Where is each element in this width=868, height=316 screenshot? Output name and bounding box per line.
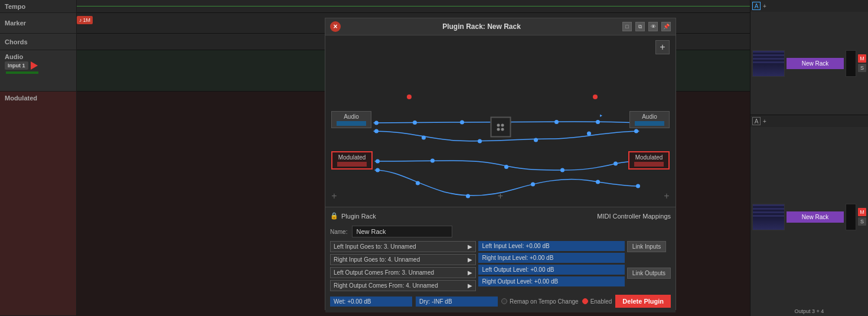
audio-node-bar-left (337, 121, 366, 126)
panel-header: 🔒 Plugin Rack MIDI Controller Mappings (330, 212, 671, 220)
rack-name-btn-1[interactable]: New Rack (787, 58, 844, 69)
rack-thumbnail-2 (752, 204, 785, 230)
right-input-level[interactable]: Right Input Level: +0.00 dB (478, 253, 624, 263)
name-label: Name: (330, 229, 347, 235)
m-button-2[interactable]: M (858, 208, 866, 216)
midi-mappings-label: MIDI Controller Mappings (597, 213, 671, 220)
plus-btn-bottom-right[interactable]: + (661, 190, 673, 202)
right-input-goes-label: Right Input Goes to: 4. Unnamed (334, 256, 420, 263)
audio-node-right[interactable]: Audio (629, 111, 670, 128)
delete-plugin-button[interactable]: Delete Plugin (615, 295, 671, 308)
modulated-track-label: Modulated (0, 92, 76, 316)
s-button-2[interactable]: S (858, 217, 866, 226)
left-output-comes-dropdown[interactable]: Left Output Comes From: 3. Unnamed ▶ (330, 267, 476, 278)
plus-label-1[interactable]: + (763, 3, 766, 9)
modulated-node-left[interactable]: Modulated (331, 151, 373, 170)
modulated-node-left-label: Modulated (338, 154, 366, 161)
dialog-title: Plugin Rack: New Rack (442, 22, 521, 31)
audio-play-arrow[interactable] (31, 61, 38, 70)
left-sidebar: Tempo Marker Chords Audio Input 1 Modula… (0, 0, 77, 316)
right-output-comes-label: Right Output Comes From: 4. Unnamed (334, 282, 438, 289)
tempo-label: Tempo (5, 3, 25, 10)
left-output-comes-label: Left Output Comes From: 3. Unnamed (334, 269, 434, 276)
svg-point-23 (596, 180, 600, 184)
modulated-node-right[interactable]: Modulated (628, 151, 670, 170)
dry-label: Dry: -INF dB (419, 298, 452, 305)
svg-point-11 (587, 132, 591, 136)
link-outputs-button[interactable]: Link Outputs (627, 268, 671, 279)
svg-point-21 (466, 194, 470, 198)
lock-icon: 🔒 (330, 212, 338, 220)
output-label: Output 3 + 4 (750, 307, 868, 316)
audio-node-bar-right (635, 121, 664, 126)
rack-block-2: New Rack M S (750, 127, 868, 307)
plus-btn-bottom-left[interactable]: + (328, 190, 340, 202)
left-output-level-text: Left Output Level: +0.00 dB (482, 266, 554, 273)
mod-dot-1 (407, 95, 412, 99)
remap-radio[interactable] (501, 298, 507, 304)
rack-block-1: New Rack M S (750, 12, 868, 115)
close-button[interactable]: × (330, 21, 341, 32)
svg-point-8 (422, 136, 426, 140)
plus-label-2[interactable]: + (763, 118, 766, 125)
svg-point-17 (614, 162, 618, 166)
rack-thumbnail-inner-1 (753, 51, 784, 76)
link-inputs-button[interactable]: Link Inputs (627, 241, 666, 252)
left-input-level-text: Left Input Level: +0.00 dB (482, 243, 549, 249)
svg-point-13 (376, 159, 380, 164)
audio-node-right-label: Audio (642, 113, 657, 120)
dry-field[interactable]: Dry: -INF dB (416, 297, 498, 307)
right-output-level[interactable]: Right Output Level: +0.00 dB (478, 276, 624, 286)
modulated-label: Modulated (5, 95, 37, 102)
m-button-1[interactable]: M (858, 54, 866, 63)
enabled-radio[interactable] (582, 298, 588, 304)
level-bar (6, 71, 38, 74)
input-label: Input 1 (5, 61, 28, 70)
a-label-2: A (752, 117, 761, 125)
chords-track-label: Chords (0, 34, 76, 50)
left-input-goes-label: Left Input Goes to: 3. Unnamed (334, 243, 416, 250)
left-input-goes-dropdown[interactable]: Left Input Goes to: 3. Unnamed ▶ (330, 241, 476, 252)
right-output-comes-dropdown[interactable]: Right Output Comes From: 4. Unnamed ▶ (330, 280, 476, 291)
right-sidebar: A + New Rack M S A + (750, 0, 868, 316)
plugin-dot-3 (497, 128, 500, 131)
plugin-dot-1 (497, 123, 500, 126)
svg-point-0 (374, 121, 378, 125)
rack-canvas: + (325, 35, 676, 207)
eye-icon[interactable]: 👁 (648, 22, 658, 31)
plus-btn-bottom-center[interactable]: + (495, 190, 507, 202)
svg-marker-25 (600, 115, 602, 117)
panel-title: 🔒 Plugin Rack (330, 212, 376, 220)
marker-badge: ♪ 1M (77, 16, 93, 24)
dialog-titlebar: × Plugin Rack: New Rack □ ⧉ 👁 📌 (325, 18, 676, 35)
audio-node-left-label: Audio (344, 113, 359, 120)
right-input-goes-dropdown[interactable]: Right Input Goes to: 4. Unnamed ▶ (330, 254, 476, 265)
ms-buttons-2: M S (858, 208, 866, 226)
split-icon[interactable]: ⧉ (635, 22, 645, 31)
pin-icon[interactable]: 📌 (661, 22, 671, 31)
svg-point-24 (636, 184, 640, 188)
plugin-rack-dialog: × Plugin Rack: New Rack □ ⧉ 👁 📌 + (325, 18, 676, 310)
rack-panel: 🔒 Plugin Rack MIDI Controller Mappings N… (325, 207, 676, 312)
rack-thumbnail-inner-2 (753, 204, 784, 230)
remap-check[interactable]: Remap on Tempo Change (501, 298, 579, 305)
left-output-level[interactable]: Left Output Level: +0.00 dB (478, 265, 624, 275)
modulated-node-right-label: Modulated (635, 154, 663, 161)
svg-point-9 (478, 139, 482, 144)
dialog-controls: □ ⧉ 👁 📌 (622, 22, 671, 31)
audio-track-label: Audio Input 1 (0, 50, 76, 92)
mod-bar-left (337, 162, 367, 167)
wet-field[interactable]: Wet: +0.00 dB (330, 297, 412, 307)
add-button-top[interactable]: + (655, 40, 670, 54)
left-input-level[interactable]: Left Input Level: +0.00 dB (478, 241, 624, 251)
rack-name-btn-2[interactable]: New Rack (787, 211, 844, 223)
resize-icon[interactable]: □ (622, 22, 632, 31)
svg-point-2 (460, 120, 464, 125)
central-plugin[interactable] (490, 117, 511, 138)
svg-point-5 (596, 120, 600, 124)
audio-node-left[interactable]: Audio (331, 111, 371, 128)
rack-black-btn-1 (846, 50, 856, 77)
name-input[interactable] (352, 226, 452, 237)
s-button-1[interactable]: S (858, 64, 866, 72)
enabled-check[interactable]: Enabled (582, 298, 612, 305)
